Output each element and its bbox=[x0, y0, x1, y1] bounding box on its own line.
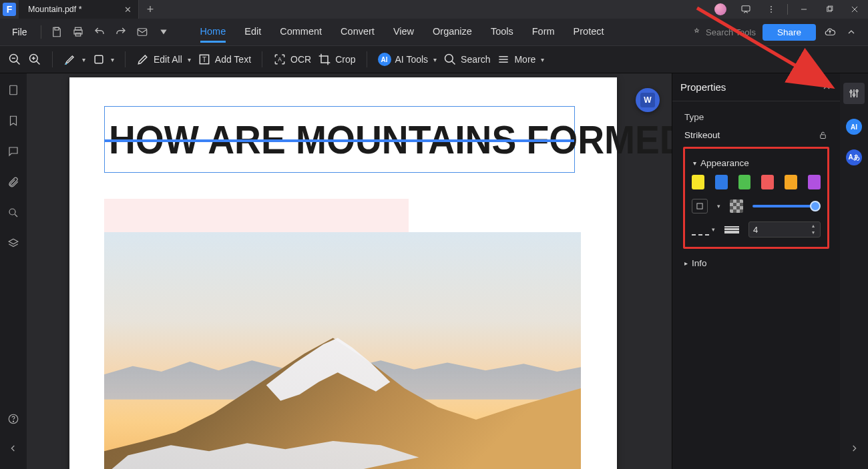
selected-text-box[interactable]: HOW ARE MOUNTAINS FORMED? bbox=[104, 106, 575, 173]
zoom-in-button[interactable] bbox=[28, 53, 41, 66]
svg-text:T: T bbox=[202, 56, 206, 63]
ocr-button[interactable]: A OCR bbox=[273, 53, 311, 66]
edit-all-button[interactable]: Edit All bbox=[136, 53, 191, 66]
document-tab[interactable]: Mountain.pdf * ✕ bbox=[19, 0, 139, 19]
thickness-field[interactable]: 4 ▴▾ bbox=[748, 221, 821, 238]
more-button[interactable]: More bbox=[497, 53, 544, 66]
print-icon[interactable] bbox=[71, 25, 85, 39]
tab-home[interactable]: Home bbox=[200, 22, 226, 43]
add-text-button[interactable]: T Add Text bbox=[198, 53, 251, 66]
svg-rect-35 bbox=[821, 135, 826, 139]
search-button[interactable]: Search bbox=[443, 53, 490, 66]
undo-icon[interactable] bbox=[92, 25, 107, 39]
tab-view[interactable]: View bbox=[393, 22, 414, 43]
minimize-button[interactable] bbox=[795, 0, 813, 19]
line-weight-icon[interactable] bbox=[724, 225, 739, 233]
tab-protect[interactable]: Protect bbox=[574, 22, 604, 43]
comments-icon[interactable] bbox=[6, 144, 21, 159]
save-icon[interactable] bbox=[49, 25, 64, 39]
svg-point-41 bbox=[853, 94, 855, 96]
crop-button[interactable]: Crop bbox=[318, 53, 355, 66]
ai-tools-button[interactable]: AI AI Tools bbox=[378, 53, 437, 66]
search-panel-icon[interactable] bbox=[6, 205, 21, 220]
color-picker-button[interactable] bbox=[692, 199, 708, 213]
menubar: File Home Edit Comment Convert View Orga… bbox=[0, 19, 868, 45]
swatch-green[interactable] bbox=[738, 175, 751, 189]
collapse-ribbon-icon[interactable] bbox=[844, 25, 859, 39]
app-icon: F bbox=[0, 0, 19, 19]
pdf-page: HOW ARE MOUNTAINS FORMED? bbox=[69, 77, 617, 469]
svg-line-15 bbox=[17, 61, 20, 65]
swatch-orange[interactable] bbox=[785, 175, 797, 189]
main-tabs: Home Edit Comment Convert View Organize … bbox=[200, 22, 604, 43]
share-button[interactable]: Share bbox=[763, 24, 816, 41]
lock-icon[interactable] bbox=[818, 130, 828, 140]
properties-toggle-icon[interactable] bbox=[843, 83, 865, 104]
tab-form[interactable]: Form bbox=[532, 22, 555, 43]
swatch-blue[interactable] bbox=[715, 175, 728, 189]
mail-icon[interactable] bbox=[135, 25, 150, 39]
opacity-checker-icon[interactable] bbox=[730, 199, 743, 213]
kebab-menu-icon[interactable] bbox=[762, 0, 781, 19]
collapse-right-icon[interactable] bbox=[847, 441, 861, 456]
ai-sidebar-icon[interactable]: AI bbox=[846, 119, 862, 135]
svg-rect-0 bbox=[742, 6, 750, 11]
properties-title: Properties bbox=[680, 81, 726, 93]
quick-access-toolbar bbox=[49, 25, 171, 39]
svg-rect-36 bbox=[697, 203, 702, 209]
feedback-icon[interactable] bbox=[736, 0, 755, 19]
svg-point-42 bbox=[856, 90, 858, 92]
svg-line-18 bbox=[37, 61, 40, 65]
export-word-badge[interactable]: W bbox=[636, 88, 660, 112]
swatch-red[interactable] bbox=[761, 175, 774, 189]
svg-rect-13 bbox=[138, 29, 147, 36]
new-tab-button[interactable]: + bbox=[139, 3, 162, 17]
type-label: Type bbox=[675, 108, 837, 126]
svg-point-25 bbox=[445, 55, 453, 63]
redo-icon[interactable] bbox=[114, 25, 128, 39]
swatch-yellow[interactable] bbox=[692, 175, 704, 189]
translate-icon[interactable]: Aあ bbox=[846, 149, 862, 165]
qat-dropdown-icon[interactable] bbox=[156, 25, 171, 39]
info-header[interactable]: Info bbox=[682, 254, 831, 272]
line-style-button[interactable] bbox=[692, 223, 709, 236]
close-tab-icon[interactable]: ✕ bbox=[122, 4, 133, 15]
user-avatar[interactable] bbox=[711, 0, 730, 19]
chevron-down-icon[interactable]: ▾ bbox=[717, 203, 720, 209]
tab-edit[interactable]: Edit bbox=[244, 22, 261, 43]
svg-point-31 bbox=[9, 209, 15, 215]
svg-rect-21 bbox=[95, 55, 103, 63]
document-image bbox=[104, 232, 581, 469]
swatch-purple[interactable] bbox=[808, 175, 821, 189]
opacity-slider[interactable] bbox=[752, 199, 821, 213]
svg-point-1 bbox=[771, 6, 772, 7]
svg-point-40 bbox=[850, 91, 852, 93]
bookmarks-icon[interactable] bbox=[6, 113, 21, 128]
file-menu[interactable]: File bbox=[4, 24, 35, 40]
properties-close-icon[interactable] bbox=[821, 82, 832, 93]
tab-organize[interactable]: Organize bbox=[433, 22, 472, 43]
appearance-header[interactable]: Appearance bbox=[690, 154, 822, 172]
thumbnails-icon[interactable] bbox=[6, 83, 21, 97]
tab-convert[interactable]: Convert bbox=[341, 22, 375, 43]
thickness-stepper[interactable]: ▴▾ bbox=[809, 223, 817, 236]
attachments-icon[interactable] bbox=[6, 175, 21, 189]
zoom-out-button[interactable] bbox=[8, 53, 21, 66]
maximize-button[interactable] bbox=[820, 0, 839, 19]
search-tools[interactable]: Search Tools bbox=[692, 27, 756, 37]
cloud-upload-icon[interactable] bbox=[823, 25, 837, 39]
tab-comment[interactable]: Comment bbox=[280, 22, 322, 43]
svg-rect-5 bbox=[827, 7, 831, 11]
shape-tool[interactable] bbox=[92, 53, 114, 66]
collapse-left-icon[interactable] bbox=[6, 441, 21, 456]
document-canvas[interactable]: HOW ARE MOUNTAINS FORMED? W bbox=[27, 73, 672, 469]
close-window-button[interactable] bbox=[845, 0, 864, 19]
layers-icon[interactable] bbox=[6, 236, 21, 251]
highlighter-tool[interactable] bbox=[63, 53, 85, 66]
strikeout-line bbox=[105, 139, 574, 142]
svg-rect-6 bbox=[828, 6, 833, 11]
tab-tools[interactable]: Tools bbox=[491, 22, 513, 43]
titlebar: F Mountain.pdf * ✕ + bbox=[0, 0, 868, 19]
help-icon[interactable] bbox=[6, 412, 21, 426]
chevron-down-icon[interactable]: ▾ bbox=[712, 226, 715, 233]
